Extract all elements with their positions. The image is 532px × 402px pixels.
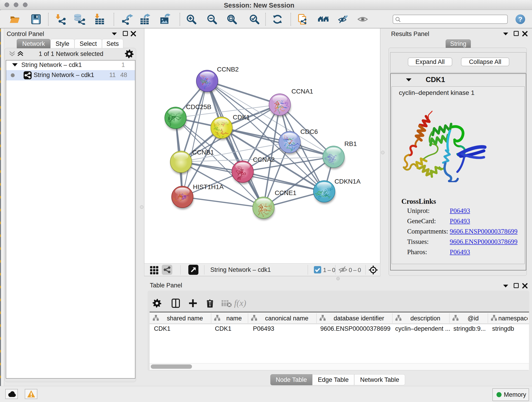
svg-text:CDC25B: CDC25B [186,103,211,110]
svg-text:RB1: RB1 [344,140,357,147]
svg-text:HIST1H1A: HIST1H1A [193,183,224,191]
svg-text:CCNB2: CCNB2 [217,66,239,73]
svg-text:CDK1: CDK1 [233,114,250,121]
svg-text:CCNE1: CCNE1 [275,189,297,196]
svg-text:CDC6: CDC6 [300,128,318,135]
svg-text:CCNA2: CCNA2 [253,156,275,163]
svg-text:CCNB1: CCNB1 [192,149,214,156]
svg-text:CCNA1: CCNA1 [291,88,313,95]
svg-text:CDKN1A: CDKN1A [335,178,361,185]
